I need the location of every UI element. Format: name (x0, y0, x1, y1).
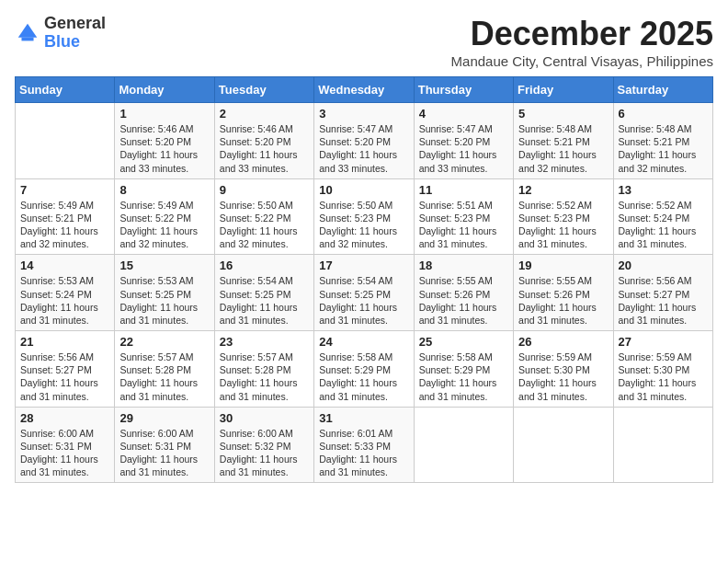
day-number: 19 (518, 259, 608, 272)
day-info: Sunrise: 5:46 AM Sunset: 5:20 PM Dayligh… (220, 122, 309, 175)
day-number: 10 (319, 183, 408, 197)
day-number: 24 (319, 335, 408, 349)
calendar-cell: 26Sunrise: 5:59 AM Sunset: 5:30 PM Dayli… (514, 331, 613, 408)
day-info: Sunrise: 5:53 AM Sunset: 5:25 PM Dayligh… (119, 274, 209, 327)
day-number: 15 (119, 259, 209, 272)
day-info: Sunrise: 5:49 AM Sunset: 5:21 PM Dayligh… (20, 199, 109, 251)
day-number: 27 (619, 335, 708, 349)
calendar-table: SundayMondayTuesdayWednesdayThursdayFrid… (15, 76, 713, 483)
svg-marker-0 (18, 24, 38, 38)
calendar-cell: 7Sunrise: 5:49 AM Sunset: 5:21 PM Daylig… (16, 178, 115, 255)
day-number: 26 (518, 335, 608, 349)
day-number: 6 (619, 107, 708, 121)
calendar-cell: 24Sunrise: 5:58 AM Sunset: 5:29 PM Dayli… (314, 331, 414, 408)
day-info: Sunrise: 5:53 AM Sunset: 5:24 PM Dayligh… (20, 274, 109, 327)
weekday-header: Sunday (16, 77, 115, 103)
day-info: Sunrise: 5:47 AM Sunset: 5:20 PM Dayligh… (319, 122, 408, 175)
day-info: Sunrise: 5:46 AM Sunset: 5:20 PM Dayligh… (119, 122, 209, 175)
day-number: 20 (619, 259, 708, 272)
calendar-cell: 19Sunrise: 5:55 AM Sunset: 5:26 PM Dayli… (514, 255, 613, 331)
calendar-cell: 2Sunrise: 5:46 AM Sunset: 5:20 PM Daylig… (214, 103, 313, 179)
day-info: Sunrise: 5:50 AM Sunset: 5:23 PM Dayligh… (319, 199, 408, 251)
calendar-cell: 11Sunrise: 5:51 AM Sunset: 5:23 PM Dayli… (414, 178, 513, 255)
calendar-cell: 25Sunrise: 5:58 AM Sunset: 5:29 PM Dayli… (414, 331, 513, 408)
calendar-cell: 14Sunrise: 5:53 AM Sunset: 5:24 PM Dayli… (16, 255, 115, 331)
day-info: Sunrise: 5:54 AM Sunset: 5:25 PM Dayligh… (220, 274, 309, 327)
day-number: 28 (20, 411, 109, 425)
day-info: Sunrise: 5:56 AM Sunset: 5:27 PM Dayligh… (619, 274, 708, 327)
title-block: December 2025 Mandaue City, Central Visa… (451, 15, 713, 69)
day-info: Sunrise: 5:48 AM Sunset: 5:21 PM Dayligh… (619, 122, 708, 175)
calendar-week-row: 28Sunrise: 6:00 AM Sunset: 5:31 PM Dayli… (16, 407, 713, 483)
day-info: Sunrise: 5:56 AM Sunset: 5:27 PM Dayligh… (20, 350, 109, 403)
calendar-cell: 5Sunrise: 5:48 AM Sunset: 5:21 PM Daylig… (514, 103, 613, 179)
weekday-header: Friday (514, 77, 613, 103)
calendar-cell: 28Sunrise: 6:00 AM Sunset: 5:31 PM Dayli… (16, 407, 115, 483)
calendar-cell: 1Sunrise: 5:46 AM Sunset: 5:20 PM Daylig… (115, 103, 214, 179)
day-number: 13 (619, 183, 708, 197)
logo-blue: Blue (44, 32, 80, 51)
weekday-header: Tuesday (214, 77, 313, 103)
calendar-cell: 31Sunrise: 6:01 AM Sunset: 5:33 PM Dayli… (314, 407, 414, 483)
day-info: Sunrise: 5:54 AM Sunset: 5:25 PM Dayligh… (319, 274, 408, 327)
day-info: Sunrise: 6:00 AM Sunset: 5:31 PM Dayligh… (119, 427, 209, 479)
day-info: Sunrise: 5:55 AM Sunset: 5:26 PM Dayligh… (518, 274, 608, 327)
day-number: 29 (119, 411, 209, 425)
calendar-cell: 23Sunrise: 5:57 AM Sunset: 5:28 PM Dayli… (214, 331, 313, 408)
calendar-cell: 18Sunrise: 5:55 AM Sunset: 5:26 PM Dayli… (414, 255, 513, 331)
day-number: 8 (119, 183, 209, 197)
calendar-cell: 8Sunrise: 5:49 AM Sunset: 5:22 PM Daylig… (115, 178, 214, 255)
calendar-cell: 21Sunrise: 5:56 AM Sunset: 5:27 PM Dayli… (16, 331, 115, 408)
day-number: 16 (220, 259, 309, 272)
calendar-cell: 17Sunrise: 5:54 AM Sunset: 5:25 PM Dayli… (314, 255, 414, 331)
calendar-cell: 30Sunrise: 6:00 AM Sunset: 5:32 PM Dayli… (214, 407, 313, 483)
calendar-cell: 3Sunrise: 5:47 AM Sunset: 5:20 PM Daylig… (314, 103, 414, 179)
weekday-header: Wednesday (314, 77, 414, 103)
calendar-cell: 16Sunrise: 5:54 AM Sunset: 5:25 PM Dayli… (214, 255, 313, 331)
calendar-cell: 4Sunrise: 5:47 AM Sunset: 5:20 PM Daylig… (414, 103, 513, 179)
location: Mandaue City, Central Visayas, Philippin… (451, 53, 713, 69)
day-info: Sunrise: 5:58 AM Sunset: 5:29 PM Dayligh… (319, 350, 408, 403)
calendar-week-row: 7Sunrise: 5:49 AM Sunset: 5:21 PM Daylig… (16, 178, 713, 255)
day-number: 22 (119, 335, 209, 349)
calendar-cell: 22Sunrise: 5:57 AM Sunset: 5:28 PM Dayli… (115, 331, 214, 408)
day-number: 9 (220, 183, 309, 197)
logo-general: General (44, 14, 106, 32)
calendar-cell (414, 407, 513, 483)
calendar-cell: 15Sunrise: 5:53 AM Sunset: 5:25 PM Dayli… (115, 255, 214, 331)
calendar-week-row: 1Sunrise: 5:46 AM Sunset: 5:20 PM Daylig… (16, 103, 713, 179)
day-info: Sunrise: 5:59 AM Sunset: 5:30 PM Dayligh… (619, 350, 708, 403)
calendar-week-row: 14Sunrise: 5:53 AM Sunset: 5:24 PM Dayli… (16, 255, 713, 331)
day-info: Sunrise: 5:52 AM Sunset: 5:24 PM Dayligh… (619, 199, 708, 251)
calendar-cell: 27Sunrise: 5:59 AM Sunset: 5:30 PM Dayli… (613, 331, 712, 408)
logo: General Blue (15, 15, 106, 52)
calendar-cell (514, 407, 613, 483)
day-number: 14 (20, 259, 109, 272)
day-info: Sunrise: 5:59 AM Sunset: 5:30 PM Dayligh… (518, 350, 608, 403)
day-number: 7 (20, 183, 109, 197)
page-header: General Blue December 2025 Mandaue City,… (15, 15, 713, 69)
calendar-body: 1Sunrise: 5:46 AM Sunset: 5:20 PM Daylig… (16, 103, 713, 483)
day-info: Sunrise: 5:49 AM Sunset: 5:22 PM Dayligh… (119, 199, 209, 251)
calendar-cell: 12Sunrise: 5:52 AM Sunset: 5:23 PM Dayli… (514, 178, 613, 255)
calendar-cell: 9Sunrise: 5:50 AM Sunset: 5:22 PM Daylig… (214, 178, 313, 255)
day-info: Sunrise: 5:51 AM Sunset: 5:23 PM Dayligh… (419, 199, 508, 251)
svg-rect-1 (21, 37, 33, 40)
day-info: Sunrise: 5:57 AM Sunset: 5:28 PM Dayligh… (119, 350, 209, 403)
day-number: 31 (319, 411, 408, 425)
weekday-header-row: SundayMondayTuesdayWednesdayThursdayFrid… (16, 77, 713, 103)
day-info: Sunrise: 5:58 AM Sunset: 5:29 PM Dayligh… (419, 350, 508, 403)
weekday-header: Saturday (613, 77, 712, 103)
calendar-cell (613, 407, 712, 483)
day-info: Sunrise: 5:57 AM Sunset: 5:28 PM Dayligh… (220, 350, 309, 403)
day-number: 30 (220, 411, 309, 425)
day-info: Sunrise: 5:55 AM Sunset: 5:26 PM Dayligh… (419, 274, 508, 327)
day-number: 11 (419, 183, 508, 197)
calendar-cell (16, 103, 115, 179)
day-number: 17 (319, 259, 408, 272)
day-number: 1 (119, 107, 209, 121)
day-number: 21 (20, 335, 109, 349)
day-info: Sunrise: 6:01 AM Sunset: 5:33 PM Dayligh… (319, 427, 408, 479)
logo-text: General Blue (44, 15, 106, 52)
calendar-cell: 13Sunrise: 5:52 AM Sunset: 5:24 PM Dayli… (613, 178, 712, 255)
